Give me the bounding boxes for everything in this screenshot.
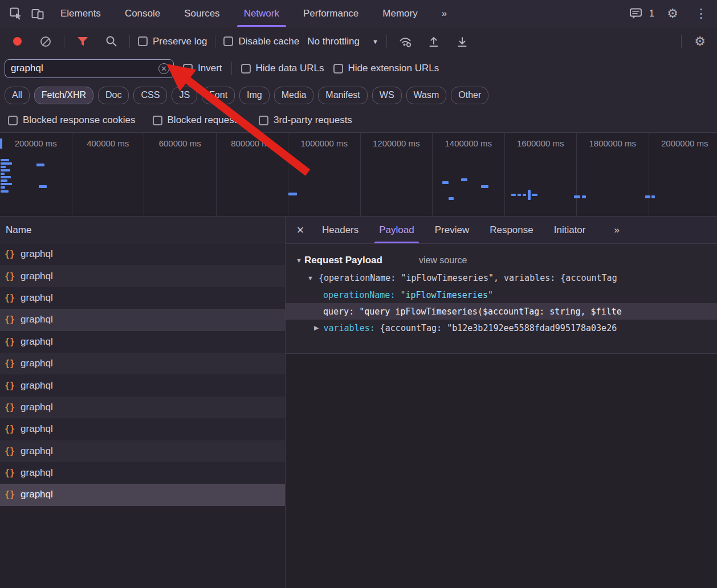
export-har-icon[interactable] [452,32,472,51]
timeline-request-bar[interactable] [1,190,9,193]
chip-manifest[interactable]: Manifest [318,87,367,104]
chip-other[interactable]: Other [451,87,488,104]
network-toolbar: Preserve log Disable cache No throttling… [0,28,717,55]
import-har-icon[interactable] [423,32,444,51]
disable-cache-checkbox[interactable] [223,36,233,46]
chip-js[interactable]: JS [172,87,197,104]
close-details-icon[interactable]: × [289,217,312,243]
issues-bubble-icon[interactable] [625,4,646,23]
tab-sources[interactable]: Sources [173,0,231,27]
clear-network-log-button[interactable] [35,32,56,51]
table-row[interactable]: {}graphql [0,440,285,462]
more-tabs-chevron-icon[interactable]: » [430,0,458,27]
third-party-requests-checkbox[interactable] [259,116,268,125]
timeline-request-bar[interactable] [532,194,537,196]
timeline-request-bar[interactable] [645,195,650,198]
timeline-request-bar[interactable] [1,179,7,182]
table-row[interactable]: {}graphql [0,418,285,440]
timeline-request-bar[interactable] [1,159,9,161]
tab-performance[interactable]: Performance [292,0,370,27]
network-overview-timeline[interactable]: 200000 ms 400000 ms 600000 ms 800000 ms … [0,132,717,217]
timeline-request-bar[interactable] [461,178,467,181]
timeline-request-bar[interactable] [481,185,488,188]
timeline-request-bar[interactable] [574,195,580,198]
timeline-request-bar[interactable] [528,190,531,200]
chip-doc[interactable]: Doc [98,87,129,104]
chip-wasm[interactable]: Wasm [406,87,447,104]
timeline-request-bar[interactable] [518,194,521,196]
timeline-request-bar[interactable] [1,186,5,189]
timeline-request-bar[interactable] [1,162,12,165]
table-row[interactable]: {}graphql [0,462,285,484]
timeline-request-bar[interactable] [288,193,297,195]
device-toolbar-icon[interactable] [27,4,48,23]
record-button[interactable] [7,32,27,51]
search-icon[interactable] [101,32,121,51]
blocked-response-cookies-checkbox[interactable] [8,116,18,125]
throttling-select[interactable]: No throttling ▼ [307,36,378,47]
timeline-request-bar[interactable] [1,176,11,178]
timeline-request-bar[interactable] [36,164,44,166]
details-more-tabs-chevron-icon[interactable]: » [604,217,629,243]
table-row[interactable]: {}graphql [0,243,285,265]
network-conditions-icon[interactable] [395,32,415,51]
tab-console[interactable]: Console [113,0,172,27]
clear-filter-icon[interactable]: ✕ [158,63,169,74]
table-row[interactable]: {}graphql [0,287,285,309]
timeline-request-bar[interactable] [442,181,449,184]
triangle-right-icon: ▶ [314,324,319,332]
filter-funnel-icon[interactable] [72,32,93,51]
payload-query-row-selected[interactable]: query: "query ipFlowTimeseries($accountT… [286,303,717,320]
timeline-request-bar[interactable] [1,166,6,168]
request-payload-section-header[interactable]: ▼ Request Payload view source [286,251,717,269]
timeline-request-bar[interactable] [1,183,12,185]
network-settings-gear-icon[interactable]: ⚙ [690,32,710,51]
tab-headers[interactable]: Headers [312,217,369,243]
timeline-request-bar[interactable] [39,185,47,188]
tab-elements[interactable]: Elements [49,0,112,27]
view-source-link[interactable]: view source [419,255,467,266]
chip-font[interactable]: Font [202,87,235,104]
timeline-request-bar[interactable] [0,138,2,149]
tab-payload[interactable]: Payload [369,217,424,243]
table-row[interactable]: {}graphql [0,309,285,330]
invert-checkbox[interactable] [183,64,193,74]
blocked-requests-checkbox[interactable] [153,116,162,125]
table-row[interactable]: {}graphql [0,374,285,396]
request-name: graphql [21,336,53,348]
chip-css[interactable]: CSS [133,87,167,104]
tab-initiator[interactable]: Initiator [544,217,596,243]
chip-img[interactable]: Img [239,87,270,104]
payload-operation-name-row[interactable]: operationName: "ipFlowTimeseries" [286,287,717,303]
tab-preview[interactable]: Preview [425,217,479,243]
table-row[interactable]: {}graphql [0,265,285,287]
tab-network[interactable]: Network [233,0,291,27]
chip-all[interactable]: All [5,87,30,104]
name-column-header[interactable]: Name [0,217,285,243]
timeline-request-bar[interactable] [511,194,516,196]
filter-input[interactable] [5,59,174,78]
table-row[interactable]: {}graphql [0,331,285,353]
chip-ws[interactable]: WS [372,87,402,104]
hide-extension-urls-checkbox[interactable] [333,64,343,74]
kebab-menu-icon[interactable]: ⋮ [691,4,711,23]
timeline-request-bar[interactable] [1,173,5,175]
timeline-request-bar[interactable] [523,194,526,196]
tab-response[interactable]: Response [479,217,544,243]
preserve-log-checkbox[interactable] [138,36,148,46]
timeline-request-bar[interactable] [651,195,655,198]
table-row-selected[interactable]: {}graphql [0,484,285,505]
payload-preview-row[interactable]: ▼ {operationName: "ipFlowTimeseries", va… [286,269,717,287]
table-row[interactable]: {}graphql [0,353,285,374]
chip-media[interactable]: Media [274,87,314,104]
settings-gear-icon[interactable]: ⚙ [662,4,683,23]
inspect-element-icon[interactable] [6,4,26,23]
table-row[interactable]: {}graphql [0,397,285,418]
hide-data-urls-checkbox[interactable] [241,64,251,74]
timeline-request-bar[interactable] [582,195,586,198]
chip-fetch-xhr[interactable]: Fetch/XHR [34,87,93,104]
payload-variables-row[interactable]: ▶ variables: {accountTag: "b12e3b2192ee5… [286,320,717,336]
timeline-request-bar[interactable] [449,197,454,200]
tab-memory[interactable]: Memory [371,0,429,27]
timeline-request-bar[interactable] [1,169,10,172]
